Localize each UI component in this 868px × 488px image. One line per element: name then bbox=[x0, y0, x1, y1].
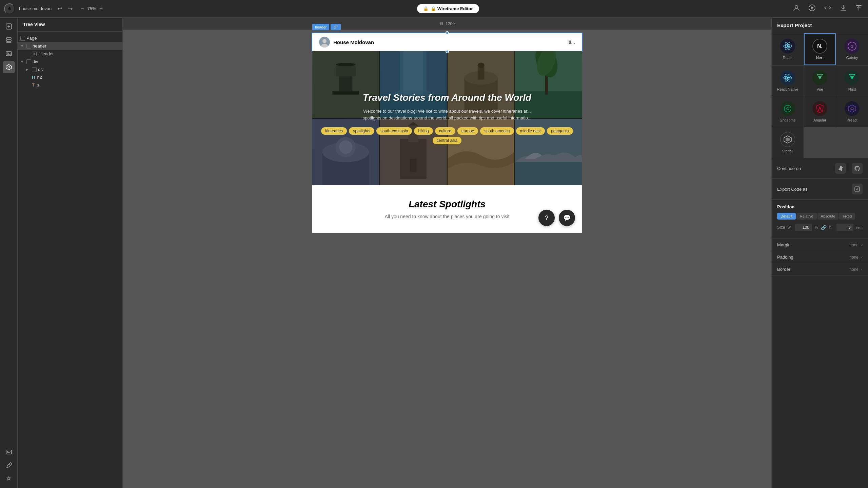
svg-point-16 bbox=[7, 451, 8, 452]
export-code-section: Export Code as bbox=[772, 179, 868, 200]
tree-item-header-component[interactable]: ⊞ Header bbox=[18, 50, 122, 58]
components-button[interactable] bbox=[3, 61, 15, 73]
div2-checkbox[interactable] bbox=[32, 67, 37, 72]
tree-view-header: Tree View bbox=[18, 18, 122, 32]
framework-next[interactable]: N. Next bbox=[804, 33, 836, 65]
logo-button[interactable]: ⊕ bbox=[4, 3, 15, 14]
h2-icon: H bbox=[32, 75, 35, 80]
navbar: House Moldovan Iti... bbox=[312, 33, 582, 51]
magic-button[interactable] bbox=[3, 473, 15, 485]
zoom-level-label: 75% bbox=[87, 6, 96, 11]
page-checkbox[interactable] bbox=[20, 36, 25, 41]
gridsome-icon: G bbox=[780, 101, 795, 116]
chat-fab[interactable]: 💬 bbox=[559, 210, 575, 226]
framework-angular[interactable]: Angular bbox=[804, 96, 836, 127]
tag-spotlights[interactable]: spotlights bbox=[349, 127, 374, 135]
assets-button[interactable] bbox=[3, 48, 15, 60]
tag-hiking[interactable]: hiking bbox=[414, 127, 433, 135]
framework-gridsome[interactable]: G Gridsome bbox=[772, 96, 804, 127]
size-label: Size bbox=[777, 225, 785, 230]
latest-desc: All you need to know about the places yo… bbox=[319, 214, 575, 219]
site-name: House Moldovan bbox=[333, 39, 374, 45]
p-label: p bbox=[37, 82, 39, 88]
svg-marker-72 bbox=[848, 105, 856, 112]
margin-expand[interactable]: ‹ bbox=[861, 243, 863, 247]
tag-central-asia[interactable]: central asia bbox=[433, 137, 461, 144]
svg-rect-9 bbox=[6, 40, 11, 41]
tag-middle-east[interactable]: middle east bbox=[516, 127, 545, 135]
header-badge-group: header 🔗 bbox=[312, 24, 341, 30]
framework-stencil[interactable]: Stencil bbox=[772, 127, 804, 158]
help-icon: ? bbox=[545, 214, 548, 222]
zoom-in-button[interactable]: + bbox=[98, 4, 105, 13]
gridsome-label: Gridsome bbox=[780, 118, 796, 122]
github-button[interactable] bbox=[852, 163, 863, 174]
tree-item-div1[interactable]: ▼ div bbox=[18, 58, 122, 65]
tree-item-div2[interactable]: ▶ div bbox=[18, 65, 122, 73]
padding-expand[interactable]: ‹ bbox=[861, 255, 863, 260]
tag-south-america[interactable]: south america bbox=[480, 127, 514, 135]
lock-icon: 🔒 bbox=[423, 6, 429, 11]
border-expand[interactable]: ‹ bbox=[861, 267, 863, 272]
play-button[interactable] bbox=[807, 3, 817, 15]
top-resize-handle[interactable] bbox=[446, 31, 449, 35]
bottom-resize-handle[interactable] bbox=[446, 50, 449, 53]
size-w-input[interactable] bbox=[795, 224, 812, 231]
continue-divider bbox=[849, 163, 849, 171]
latest-title: Latest Spotlights bbox=[319, 199, 575, 210]
header-checkbox[interactable] bbox=[26, 44, 31, 49]
hero-description: Welcome to our travel blog! We like to w… bbox=[359, 108, 535, 121]
framework-vue[interactable]: Vue bbox=[804, 65, 836, 96]
tag-patagonia[interactable]: patagonia bbox=[547, 127, 573, 135]
svg-marker-70 bbox=[816, 105, 823, 113]
zoom-out-button[interactable]: − bbox=[79, 4, 86, 13]
tag-culture[interactable]: culture bbox=[435, 127, 455, 135]
layers-button[interactable] bbox=[3, 34, 15, 46]
position-tab-relative[interactable]: Relative bbox=[796, 213, 817, 220]
react-label: React bbox=[783, 56, 793, 60]
help-fab[interactable]: ? bbox=[538, 210, 555, 226]
position-tab-fixed[interactable]: Fixed bbox=[839, 213, 855, 220]
undo-button[interactable]: ↩ bbox=[56, 4, 64, 13]
framework-preact[interactable]: Preact bbox=[836, 96, 868, 127]
share-button[interactable] bbox=[854, 3, 864, 15]
tree-item-p[interactable]: T p bbox=[18, 81, 122, 89]
profile-button[interactable] bbox=[791, 3, 802, 15]
tag-europe[interactable]: europe bbox=[457, 127, 478, 135]
preact-label: Preact bbox=[847, 118, 857, 122]
div1-chevron: ▼ bbox=[20, 60, 25, 63]
export-button[interactable] bbox=[838, 3, 848, 15]
nuxt-icon bbox=[845, 70, 860, 85]
redo-button[interactable]: ↪ bbox=[66, 4, 75, 13]
wireframe-editor-button[interactable]: 🔒 🔒 Wireframe Editor bbox=[417, 4, 479, 13]
image-library-button[interactable] bbox=[3, 446, 15, 458]
svg-point-0 bbox=[795, 5, 798, 8]
topbar-center: 🔒 🔒 Wireframe Editor bbox=[109, 4, 787, 13]
stackblitz-button[interactable] bbox=[835, 163, 846, 174]
canvas-area[interactable]: 🖥 1200 header 🔗 bbox=[123, 18, 771, 488]
right-panel: Export Project React N. Next G bbox=[771, 18, 868, 488]
svg-marker-75 bbox=[786, 137, 790, 142]
div1-checkbox[interactable] bbox=[26, 59, 31, 64]
tag-southeast-asia[interactable]: south-east asia bbox=[376, 127, 412, 135]
topbar: ⊕ house-moldovan ↩ ↪ − 75% + 🔒 🔒 Wirefra… bbox=[0, 0, 868, 18]
code-button[interactable] bbox=[823, 3, 833, 15]
add-element-button[interactable] bbox=[3, 20, 15, 33]
position-tab-absolute[interactable]: Absolute bbox=[817, 213, 839, 220]
framework-react-native[interactable]: React Native bbox=[772, 65, 804, 96]
header-link-badge[interactable]: 🔗 bbox=[331, 24, 341, 30]
tree-item-h2[interactable]: H h2 bbox=[18, 73, 122, 81]
tag-itineraries[interactable]: itineraries bbox=[321, 127, 347, 135]
framework-nuxt[interactable]: Nuxt bbox=[836, 65, 868, 96]
position-tab-default[interactable]: Default bbox=[777, 213, 796, 220]
size-h-input[interactable] bbox=[836, 224, 853, 231]
tree-item-page[interactable]: Page bbox=[18, 34, 122, 42]
framework-react[interactable]: React bbox=[772, 33, 804, 65]
tree-item-header[interactable]: ▼ header bbox=[18, 42, 122, 50]
draw-button[interactable] bbox=[3, 459, 15, 472]
export-zip-button[interactable] bbox=[852, 184, 863, 194]
topbar-right bbox=[791, 3, 864, 15]
framework-gatsby[interactable]: G Gatsby bbox=[836, 33, 868, 65]
div1-label: div bbox=[33, 59, 38, 64]
border-value: none bbox=[849, 267, 859, 272]
